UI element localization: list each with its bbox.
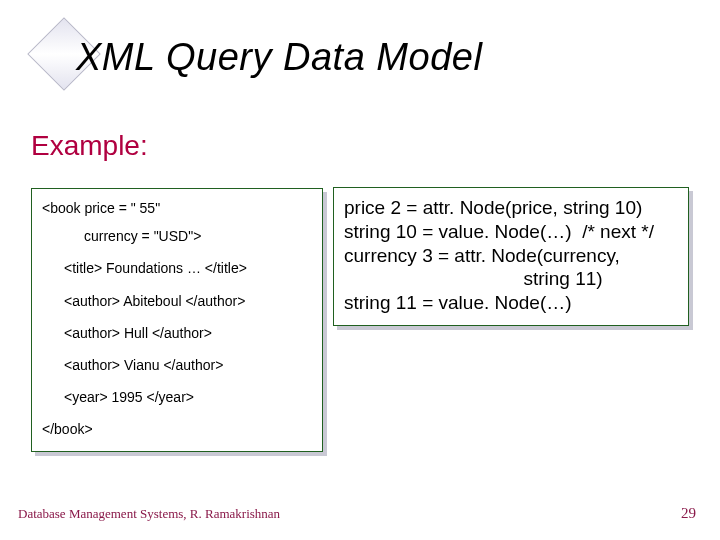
slide: XML Query Data Model Example: <book pric… (0, 0, 720, 540)
code-line: string 11) (344, 267, 678, 291)
xml-line: currency = "USD"> (42, 227, 312, 245)
slide-title: XML Query Data Model (76, 36, 482, 79)
xml-line: <year> 1995 </year> (42, 388, 312, 406)
xml-line: <book price = " 55" (42, 199, 312, 217)
xml-line: <title> Foundations … </title> (42, 259, 312, 277)
xml-panel: <book price = " 55" currency = "USD"> <t… (31, 188, 323, 452)
code-line: price 2 = attr. Node(price, string 10) (344, 196, 678, 220)
xml-line: </book> (42, 420, 312, 438)
code-line: string 10 = value. Node(…) /* next */ (344, 220, 678, 244)
code-panel: price 2 = attr. Node(price, string 10) s… (333, 187, 689, 326)
code-line: currency 3 = attr. Node(currency, (344, 244, 678, 268)
xml-example-box: <book price = " 55" currency = "USD"> <t… (31, 188, 323, 452)
code-line: string 11 = value. Node(…) (344, 291, 678, 315)
xml-line: <author> Abiteboul </author> (42, 292, 312, 310)
footer-attribution: Database Management Systems, R. Ramakris… (18, 506, 280, 522)
xml-line: <author> Vianu </author> (42, 356, 312, 374)
page-number: 29 (681, 505, 696, 522)
xml-line: <author> Hull </author> (42, 324, 312, 342)
example-heading: Example: (31, 130, 148, 162)
code-box: price 2 = attr. Node(price, string 10) s… (333, 187, 689, 326)
